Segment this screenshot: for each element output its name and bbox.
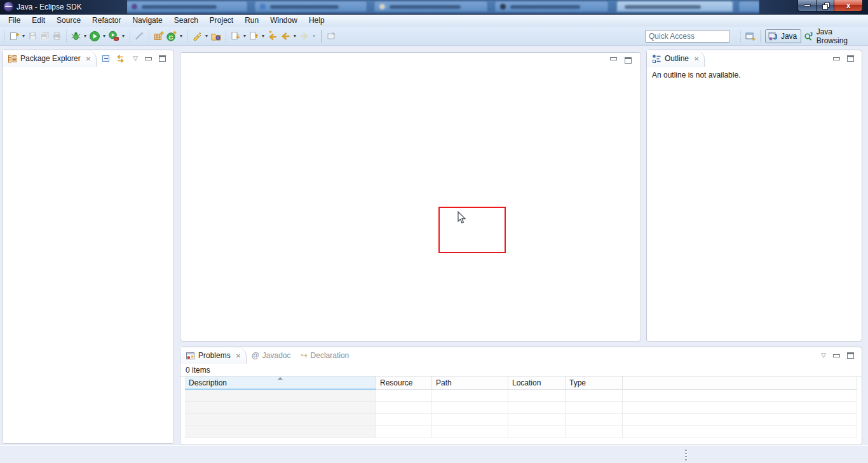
close-view-icon[interactable] (694, 55, 699, 62)
perspective-bar-grip[interactable] (740, 30, 742, 43)
toolbar-grip[interactable] (148, 30, 150, 43)
minimize-editor-icon[interactable] (610, 57, 617, 60)
debug-dropdown[interactable] (82, 33, 88, 39)
collapse-all-button[interactable] (100, 51, 112, 66)
outline-icon (652, 54, 661, 64)
toolbar-grip[interactable] (129, 30, 131, 43)
view-menu-icon[interactable] (133, 55, 138, 62)
column-header-path[interactable]: Path (432, 377, 508, 390)
external-tools-button[interactable] (107, 29, 120, 44)
problems-tab[interactable]: Problems (180, 347, 247, 364)
search-dropdown[interactable] (203, 33, 210, 39)
table-cell (185, 402, 376, 414)
javadoc-tab[interactable]: Javadoc (247, 347, 295, 364)
background-browser-tab (374, 1, 488, 12)
background-browser-tab (254, 1, 367, 12)
menu-navigate[interactable]: Navigate (126, 15, 168, 27)
save-button[interactable] (27, 29, 39, 44)
maximize-view-icon[interactable] (159, 55, 166, 62)
external-tools-dropdown[interactable] (120, 33, 126, 39)
forward-dropdown[interactable] (311, 33, 317, 39)
column-header-resource[interactable]: Resource (376, 377, 432, 390)
minimize-view-icon[interactable] (833, 57, 840, 60)
menu-help[interactable]: Help (303, 15, 330, 27)
menu-window[interactable]: Window (264, 15, 303, 27)
toolbar-grip[interactable] (65, 30, 67, 43)
table-cell (508, 402, 566, 414)
menu-run[interactable]: Run (239, 15, 264, 27)
menu-source[interactable]: Source (51, 15, 86, 27)
menu-edit[interactable]: Edit (26, 15, 51, 27)
debug-button[interactable] (70, 29, 82, 44)
close-view-icon[interactable] (86, 55, 91, 62)
forward-button[interactable] (298, 29, 311, 44)
problems-table: Description Resource Path Location Type (185, 377, 857, 438)
window-minimize-button[interactable] (797, 0, 817, 11)
package-explorer-tab[interactable]: Package Explorer (3, 50, 97, 67)
last-edit-location-button[interactable] (266, 29, 279, 44)
package-explorer-content[interactable] (3, 67, 173, 443)
package-explorer-view: Package Explorer (2, 50, 174, 444)
menu-file[interactable]: File (3, 15, 26, 27)
perspective-java-label: Java (781, 32, 797, 41)
menu-refactor[interactable]: Refactor (86, 15, 126, 27)
pin-editor-button[interactable] (325, 29, 337, 44)
column-header-description[interactable]: Description (185, 377, 376, 390)
toolbar-grip[interactable] (4, 30, 6, 43)
column-header-location[interactable]: Location (508, 377, 566, 390)
previous-annotation-dropdown[interactable] (260, 33, 266, 39)
maximize-editor-icon[interactable] (625, 57, 632, 64)
column-header-type[interactable]: Type (566, 377, 623, 390)
print-button[interactable] (51, 29, 63, 44)
new-class-dropdown[interactable] (178, 33, 184, 39)
table-cell (432, 390, 508, 402)
window-close-button[interactable]: x (834, 0, 863, 11)
open-perspective-button[interactable] (744, 29, 757, 44)
window-titlebar[interactable]: Java - Eclipse SDK x (0, 0, 868, 14)
view-menu-icon[interactable] (821, 352, 826, 359)
toolbar-grip[interactable] (225, 30, 227, 43)
perspective-java-browsing-button[interactable]: J Java Browsing (801, 26, 868, 46)
next-annotation-button[interactable] (229, 29, 241, 44)
minimize-view-icon[interactable] (833, 354, 840, 357)
background-browser-newtab (738, 1, 760, 12)
new-class-button[interactable]: C (165, 29, 178, 44)
save-all-button[interactable] (39, 29, 51, 44)
menu-project[interactable]: Project (204, 15, 239, 27)
background-browser-tab (126, 1, 248, 12)
next-annotation-dropdown[interactable] (241, 33, 248, 39)
open-type-button[interactable] (210, 29, 222, 44)
new-wizard-dropdown[interactable] (20, 33, 27, 39)
outline-tab[interactable]: Outline (647, 50, 705, 67)
perspective-java-button[interactable]: J Java (765, 29, 801, 43)
search-button[interactable] (191, 29, 203, 44)
previous-annotation-button[interactable] (248, 29, 260, 44)
trim-drag-handle-icon[interactable] (685, 450, 687, 460)
run-dropdown[interactable] (101, 33, 107, 39)
window-restore-button[interactable] (817, 0, 834, 11)
debug-icon (71, 31, 81, 41)
close-view-icon[interactable] (236, 352, 241, 359)
back-button[interactable] (279, 29, 292, 44)
table-cell (432, 426, 508, 438)
eclipse-workbench: { "window": { "title": "Java - Eclipse S… (0, 0, 868, 463)
toolbar-grip[interactable] (187, 30, 189, 43)
menu-search[interactable]: Search (168, 15, 204, 27)
back-dropdown[interactable] (292, 33, 298, 39)
restore-icon (822, 3, 829, 8)
minimize-view-icon[interactable] (145, 57, 152, 60)
maximize-view-icon[interactable] (847, 55, 854, 62)
toolbar-separator (761, 30, 761, 43)
problems-tab-label: Problems (198, 351, 231, 360)
javadoc-tab-label: Javadoc (262, 351, 291, 360)
run-button[interactable] (88, 29, 101, 44)
problems-header: Problems Javadoc Declaration (180, 347, 862, 364)
new-java-project-button[interactable] (153, 29, 165, 44)
declaration-tab[interactable]: Declaration (295, 347, 354, 364)
new-wizard-button[interactable] (8, 29, 20, 44)
mark-occurrences-button[interactable] (133, 29, 146, 44)
table-cell (566, 390, 623, 402)
quick-access-input[interactable] (645, 30, 730, 43)
link-with-editor-button[interactable] (114, 51, 126, 66)
maximize-view-icon[interactable] (847, 352, 854, 359)
